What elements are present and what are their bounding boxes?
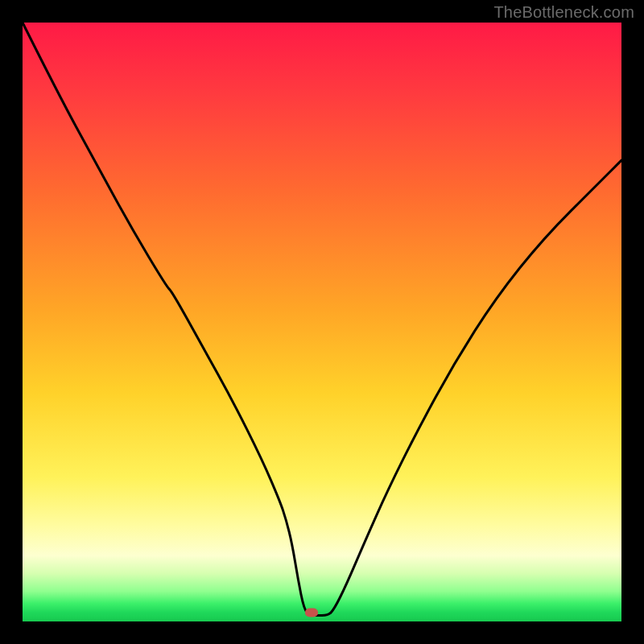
bottleneck-curve xyxy=(23,23,621,621)
chart-plot-area xyxy=(23,23,621,621)
chart-frame: TheBottleneck.com xyxy=(0,0,644,644)
optimum-marker xyxy=(305,608,318,617)
watermark-text: TheBottleneck.com xyxy=(493,3,634,22)
